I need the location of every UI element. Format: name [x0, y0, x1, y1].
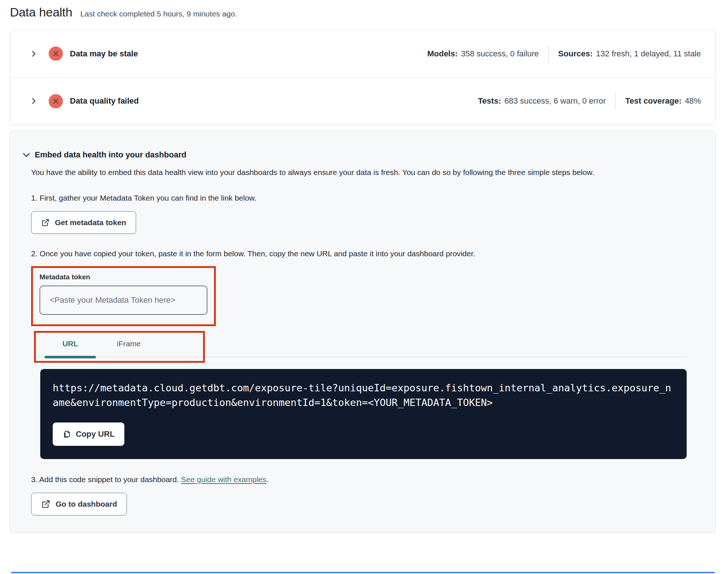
page-header: Data health Last check completed 5 hours… — [0, 0, 728, 19]
go-to-dashboard-button[interactable]: Go to dashboard — [31, 493, 127, 515]
status-row-stats: Models: 358 success, 0 failure Sources: … — [427, 45, 701, 62]
active-tab-underline — [45, 356, 96, 358]
step-1-text: 1. First, gather your Metadata Token you… — [31, 194, 688, 202]
tab-iframe[interactable]: iFrame — [103, 331, 154, 357]
embed-section-header[interactable]: Embed data health into your dashboard — [22, 150, 688, 160]
bottom-accent-line — [11, 572, 715, 573]
status-row-quality[interactable]: Data quality failed Tests: 683 success, … — [10, 77, 716, 124]
tab-url[interactable]: URL — [45, 331, 96, 357]
output-format-tabs: URL iFrame — [31, 331, 688, 363]
external-link-icon — [41, 218, 50, 227]
chevron-right-icon[interactable] — [28, 48, 39, 59]
embed-url-text: https://metadata.cloud.getdbt.com/exposu… — [53, 381, 674, 410]
test-coverage-stat: Test coverage: 48% — [615, 93, 701, 109]
step-2-text: 2. Once you have copied your token, past… — [31, 249, 688, 258]
embed-url-code-block: https://metadata.cloud.getdbt.com/exposu… — [40, 369, 687, 459]
annotation-box-token: Metadata token — [31, 266, 216, 326]
step-3-text: 3. Add this code snippet to your dashboa… — [31, 475, 688, 484]
embed-description: You have the ability to embed this data … — [31, 166, 676, 178]
get-metadata-token-button[interactable]: Get metadata token — [31, 211, 136, 234]
copy-url-button[interactable]: Copy URL — [53, 422, 124, 446]
external-link-icon — [41, 499, 50, 509]
status-row-stale[interactable]: Data may be stale Models: 358 success, 0… — [10, 30, 716, 77]
chevron-down-icon[interactable] — [22, 150, 31, 160]
see-guide-link[interactable]: See guide with examples — [181, 475, 266, 484]
chevron-right-icon[interactable] — [28, 96, 39, 107]
embed-section-title: Embed data health into your dashboard — [35, 150, 186, 160]
embed-panel: Embed data health into your dashboard Yo… — [10, 130, 716, 533]
sources-stat: Sources: 132 fresh, 1 delayed, 11 stale — [548, 45, 701, 62]
status-row-stats: Tests: 683 success, 6 warn, 0 error Test… — [478, 93, 701, 109]
status-card: Data may be stale Models: 358 success, 0… — [10, 30, 716, 125]
error-x-icon — [49, 94, 63, 108]
last-check-status: Last check completed 5 hours, 9 minutes … — [80, 10, 237, 18]
tests-stat: Tests: 683 success, 6 warn, 0 error — [478, 96, 606, 106]
copy-icon — [63, 430, 71, 439]
metadata-token-label: Metadata token — [40, 273, 207, 281]
models-stat: Models: 358 success, 0 failure — [427, 49, 539, 59]
error-x-icon — [49, 46, 63, 61]
status-row-title: Data quality failed — [70, 96, 139, 106]
metadata-token-input[interactable] — [40, 286, 207, 315]
status-row-title: Data may be stale — [70, 49, 138, 59]
page-title: Data health — [10, 5, 72, 19]
